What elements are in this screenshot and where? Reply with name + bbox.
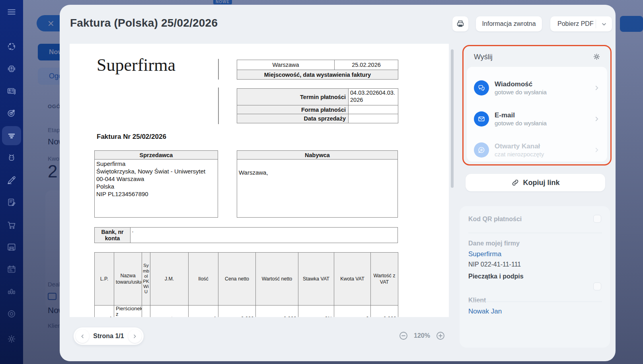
seller-line: Superfirma <box>96 160 216 167</box>
item-pkwiu <box>142 306 150 317</box>
items-header-lp: L.P. <box>95 253 114 306</box>
payment-form-label: Forma płatności <box>237 105 349 114</box>
pen-icon <box>6 175 17 185</box>
stamp-checkbox[interactable] <box>593 282 601 290</box>
zoom-in-icon[interactable] <box>436 331 445 341</box>
send-option-open-channel[interactable]: Otwarty Kanał czat nierozpoczęty <box>474 139 600 161</box>
network-icon <box>6 41 17 52</box>
sidebar-item-analytics[interactable] <box>0 283 23 300</box>
buyer-line: Warszawa, <box>239 169 396 176</box>
sidebar-item-chatbot[interactable] <box>0 60 23 78</box>
zoom-out-icon[interactable] <box>399 331 408 341</box>
items-header-jm: J.M. <box>150 253 189 306</box>
shopping-cart-icon <box>6 220 17 230</box>
page-indicator: Strona 1/1 <box>93 333 124 340</box>
previous-page-button[interactable] <box>76 329 89 343</box>
record-circle-icon <box>6 309 17 319</box>
due-value: 04.03.202604.03.2026 <box>349 89 398 105</box>
send-panel-title: Wyślij <box>474 53 493 61</box>
due-label: Termin płatności <box>237 89 349 105</box>
android-bot-icon <box>6 153 17 163</box>
qr-code-checkbox[interactable] <box>593 215 601 223</box>
items-header-gross: Wartość z VAT <box>371 253 398 306</box>
bank-label: Bank, nr konta <box>95 228 131 243</box>
sidebar-item-contacts[interactable] <box>0 82 23 100</box>
send-option-status: gotowe do wysłania <box>495 119 547 127</box>
items-header-vat-rate: Stawka VAT <box>298 253 334 306</box>
items-header-net-price: Cena netto <box>218 253 256 306</box>
printer-icon <box>456 19 465 28</box>
items-header-qty: Ilość <box>189 253 218 306</box>
item-jm: szt <box>150 306 189 317</box>
sidebar-item-records[interactable] <box>0 305 23 323</box>
sidebar-item-targets[interactable] <box>0 104 23 122</box>
chevron-right-icon <box>132 333 138 339</box>
seller-line: Świętokrzyska, Nowy Świat - Uniwersytet <box>96 167 216 175</box>
copy-link-button[interactable]: Kopiuj link <box>466 174 605 191</box>
open-channel-icon <box>474 142 489 158</box>
qr-code-label: Kod QR płatności <box>468 216 602 223</box>
item-net-value: 3.000 <box>256 306 298 317</box>
download-pdf-label: Pobierz PDF <box>557 20 594 27</box>
page-title: Faktura (Polska) 25/02/2026 <box>70 17 218 29</box>
invoice-number: Faktura Nr 25/02/2026 <box>97 133 166 141</box>
send-option-label: E-mail <box>495 111 547 119</box>
send-option-label: Otwarty Kanał <box>495 142 544 150</box>
menu-button[interactable] <box>0 3 23 21</box>
send-panel: Wyślij Wiadomość gotowe do wysłania E-ma… <box>462 45 612 165</box>
seller-line: 00-044 Warszawa <box>96 175 216 183</box>
sidebar-item-shop[interactable] <box>0 216 23 234</box>
hamburger-icon <box>6 7 17 17</box>
buyer-table: Nabywca Warszawa, <box>237 150 398 218</box>
bank-table: Bank, nr konta , <box>94 227 398 243</box>
app-sidebar <box>0 0 23 364</box>
sidebar-item-warehouse[interactable] <box>0 238 23 256</box>
sale-date-label: Data sprzedaży <box>237 114 349 123</box>
divider <box>218 88 219 124</box>
divider <box>218 59 219 80</box>
client-section-label: Klient <box>468 297 602 304</box>
items-header-name: Nazwa towaru/usługi <box>114 253 142 306</box>
next-page-button[interactable] <box>128 329 142 343</box>
sidebar-item-documents[interactable] <box>0 194 23 211</box>
send-option-message[interactable]: Wiadomość gotowe do wysłania <box>474 77 600 99</box>
client-name-link[interactable]: Nowak Jan <box>468 308 602 315</box>
send-option-status: gotowe do wysłania <box>495 88 547 96</box>
chevron-left-icon <box>80 333 86 339</box>
invoice-logo: Superfirma <box>97 55 175 75</box>
sidebar-item-pipeline-active[interactable] <box>2 126 21 145</box>
chatbot-icon <box>6 64 17 74</box>
issue-caption: Miejscowość, data wystawienia faktury <box>237 70 398 80</box>
download-pdf-button[interactable]: Pobierz PDF <box>550 16 612 31</box>
sidebar-item-bots[interactable] <box>0 149 23 167</box>
zoom-controls: 120% <box>399 331 445 341</box>
link-icon <box>511 179 519 187</box>
issue-city: Warszawa <box>237 60 335 70</box>
issue-date: 25.02.2026 <box>335 60 398 70</box>
contact-card-icon <box>6 86 17 96</box>
send-settings-gear-icon[interactable] <box>592 53 601 61</box>
payment-form-value <box>349 105 398 114</box>
stamp-label: Pieczątka i podpis <box>468 273 602 280</box>
seller-line: Polska <box>96 183 216 190</box>
sidebar-item-signature[interactable] <box>0 171 23 189</box>
copy-link-label: Kopiuj link <box>523 179 560 187</box>
document-scrollbar[interactable] <box>451 49 454 188</box>
company-nip: NIP 022-41-11-111 <box>468 261 602 268</box>
sidebar-item-planner[interactable] <box>0 261 23 278</box>
company-name-link[interactable]: Superfirma <box>468 250 602 258</box>
feedback-button[interactable]: Informacja zwrotna <box>476 16 542 31</box>
item-vat-rate: 0% <box>298 306 334 317</box>
send-option-email[interactable]: E-mail gotowe do wysłania <box>474 108 600 130</box>
bank-value: , <box>131 228 398 243</box>
invoice-details-card: Kod QR płatności Dane mojej firmy Superf… <box>460 206 610 348</box>
sidebar-item-network[interactable] <box>0 38 23 55</box>
send-option-label: Wiadomość <box>495 80 547 88</box>
bar-chart-icon <box>6 286 17 297</box>
seller-line: NIP PL1234567890 <box>96 190 216 198</box>
sidebar-item-settings[interactable] <box>0 330 23 348</box>
gear-icon <box>6 334 17 344</box>
print-button[interactable] <box>452 16 468 31</box>
buyer-header: Nabywca <box>237 151 398 160</box>
sale-date-value <box>349 114 398 123</box>
